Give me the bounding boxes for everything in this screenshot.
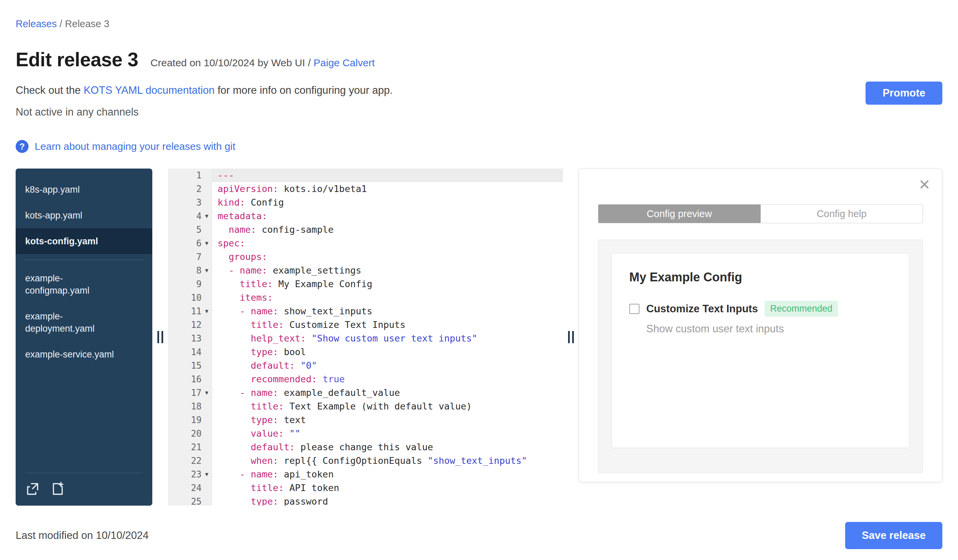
fold-arrow-icon[interactable]: ▾ (201, 386, 212, 400)
file-tree-footer (16, 473, 152, 506)
line-number: 18 (168, 400, 212, 413)
code-line-1[interactable]: 1--- (168, 169, 563, 182)
code-text: title: Text Example (with default value) (212, 400, 563, 413)
git-help-row: ? Learn about managing your releases wit… (16, 140, 942, 153)
docs-prefix: Check out the (16, 84, 84, 96)
code-line-3[interactable]: 3kind: Config (168, 196, 563, 209)
save-release-button[interactable]: Save release (845, 522, 942, 549)
line-number: 9 (168, 277, 212, 291)
code-line-19[interactable]: 19 type: text (168, 413, 563, 427)
code-text: --- (212, 169, 563, 182)
code-line-8[interactable]: 8▾ - name: example_settings (168, 264, 563, 277)
new-file-icon[interactable] (50, 481, 65, 496)
file-tree-top-list: k8s-app.yamlkots-app.yamlkots-config.yam… (16, 177, 152, 254)
file-tree-divider (24, 259, 144, 260)
code-line-6[interactable]: 6▾spec: (168, 237, 563, 250)
recommended-badge: Recommended (764, 301, 837, 317)
left-resize-column (152, 169, 168, 506)
line-number: 20 (168, 427, 212, 440)
code-line-21[interactable]: 21 default: please change this value (168, 440, 563, 454)
line-number: 7 (168, 250, 212, 264)
tab-config-help[interactable]: Config help (760, 204, 923, 223)
breadcrumb: Releases / Release 3 (16, 17, 942, 30)
line-number: 3 (168, 196, 212, 209)
yaml-editor[interactable]: 1---2apiVersion: kots.io/v1beta13kind: C… (168, 169, 563, 506)
config-item: Customize Text Inputs Recommended (629, 301, 892, 317)
line-number: 4▾ (168, 209, 212, 223)
created-info: Created on 10/10/2024 by Web UI / Paige … (151, 57, 375, 69)
code-line-23[interactable]: 23▾ - name: api_token (168, 468, 563, 481)
close-icon[interactable]: ✕ (918, 178, 931, 192)
breadcrumb-releases-link[interactable]: Releases (16, 18, 57, 29)
code-line-9[interactable]: 9 title: My Example Config (168, 277, 563, 291)
line-number: 19 (168, 413, 212, 427)
line-number: 1 (168, 169, 212, 182)
file-name: example-service.yaml (25, 348, 114, 361)
code-text: name: config-sample (212, 223, 563, 237)
code-line-10[interactable]: 10 items: (168, 291, 563, 304)
footer: Last modified on 10/10/2024 Save release (16, 522, 942, 549)
code-line-13[interactable]: 13 help_text: "Show custom user text inp… (168, 332, 563, 345)
config-group-title: My Example Config (629, 270, 892, 285)
last-modified-text: Last modified on 10/10/2024 (16, 530, 149, 542)
code-line-14[interactable]: 14 type: bool (168, 345, 563, 359)
upload-file-icon[interactable] (25, 481, 40, 496)
code-line-5[interactable]: 5 name: config-sample (168, 223, 563, 237)
code-line-25[interactable]: 25 type: password (168, 495, 563, 506)
file-name: kots-config.yaml (25, 235, 98, 247)
code-text: apiVersion: kots.io/v1beta1 (212, 182, 563, 196)
code-text: title: Customize Text Inputs (212, 318, 563, 332)
code-line-17[interactable]: 17▾ - name: example_default_value (168, 386, 563, 400)
author-link[interactable]: Paige Calvert (313, 57, 374, 68)
code-line-22[interactable]: 22 when: repl{{ ConfigOptionEquals "show… (168, 454, 563, 468)
line-number: 12 (168, 318, 212, 332)
code-text: - name: example_default_value (212, 386, 563, 400)
fold-arrow-icon[interactable]: ▾ (201, 209, 212, 223)
code-line-7[interactable]: 7 groups: (168, 250, 563, 264)
right-resize-handle[interactable] (568, 331, 574, 343)
code-line-11[interactable]: 11▾ - name: show_text_inputs (168, 304, 563, 318)
config-preview-panel: ✕ Config preview Config help My Example … (579, 169, 942, 482)
file-tree: k8s-app.yamlkots-app.yamlkots-config.yam… (16, 169, 152, 506)
page-title: Edit release 3 (16, 48, 138, 71)
code-line-16[interactable]: 16 recommended: true (168, 372, 563, 386)
code-line-4[interactable]: 4▾metadata: (168, 209, 563, 223)
file-tree-item-example-service-yaml[interactable]: example-service.yaml (16, 342, 152, 367)
line-number: 15 (168, 359, 212, 372)
customize-text-inputs-checkbox[interactable] (629, 304, 639, 314)
code-text: spec: (212, 237, 563, 250)
fold-arrow-icon[interactable]: ▾ (201, 304, 212, 318)
code-text: title: API token (212, 481, 563, 495)
line-number: 2 (168, 182, 212, 196)
file-tree-item-example-configmap-yaml[interactable]: example-configmap.yaml (16, 266, 152, 304)
fold-arrow-icon[interactable]: ▾ (201, 468, 212, 481)
file-tree-item-kots-app-yaml[interactable]: kots-app.yaml (16, 202, 152, 228)
code-line-15[interactable]: 15 default: "0" (168, 359, 563, 372)
code-text: type: bool (212, 345, 563, 359)
code-line-12[interactable]: 12 title: Customize Text Inputs (168, 318, 563, 332)
code-line-2[interactable]: 2apiVersion: kots.io/v1beta1 (168, 182, 563, 196)
code-lines: 1---2apiVersion: kots.io/v1beta13kind: C… (168, 169, 563, 506)
file-tree-item-k8s-app-yaml[interactable]: k8s-app.yaml (16, 177, 152, 202)
line-number: 22 (168, 454, 212, 468)
file-tree-item-example-deployment-yaml[interactable]: example-deployment.yaml (16, 304, 152, 342)
line-number: 14 (168, 345, 212, 359)
git-releases-help-link[interactable]: Learn about managing your releases with … (35, 141, 235, 152)
file-tree-bottom-list: example-configmap.yamlexample-deployment… (16, 266, 152, 367)
channel-status: Not active in any channels (16, 106, 942, 118)
fold-arrow-icon[interactable]: ▾ (201, 237, 212, 250)
code-text: when: repl{{ ConfigOptionEquals "show_te… (212, 454, 563, 468)
line-number: 17▾ (168, 386, 212, 400)
left-resize-handle[interactable] (157, 331, 163, 343)
promote-button[interactable]: Promote (866, 82, 942, 104)
file-tree-item-kots-config-yaml[interactable]: kots-config.yaml (16, 228, 152, 254)
code-line-20[interactable]: 20 value: "" (168, 427, 563, 440)
fold-arrow-icon[interactable]: ▾ (201, 264, 212, 277)
line-number: 25 (168, 495, 212, 506)
code-line-18[interactable]: 18 title: Text Example (with default val… (168, 400, 563, 413)
code-line-24[interactable]: 24 title: API token (168, 481, 563, 495)
kots-yaml-docs-link[interactable]: KOTS YAML documentation (84, 84, 214, 96)
tab-config-preview[interactable]: Config preview (598, 204, 760, 223)
code-text: help_text: "Show custom user text inputs… (212, 332, 563, 345)
line-number: 10 (168, 291, 212, 304)
